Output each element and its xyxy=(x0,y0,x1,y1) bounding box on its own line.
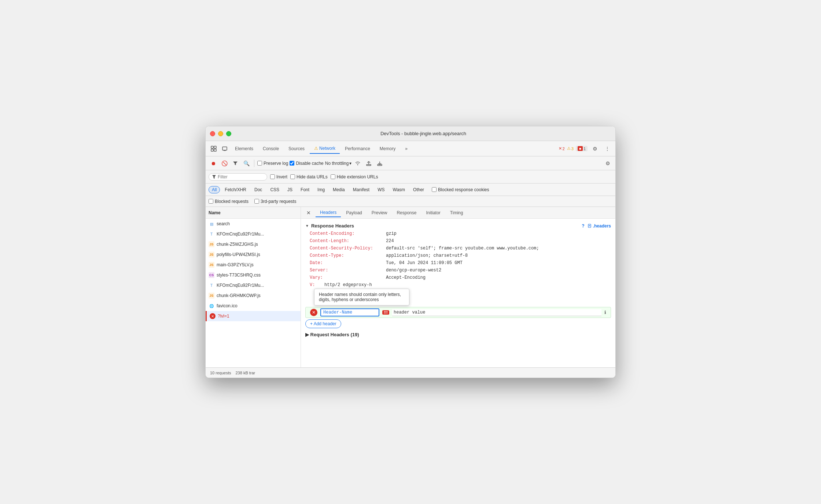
settings-icon[interactable]: ⚙ xyxy=(590,144,600,154)
tab-performance[interactable]: Performance xyxy=(340,144,375,153)
custom-header-row: ✕ !!! ℹ xyxy=(305,307,611,318)
tab-more[interactable]: » xyxy=(401,144,412,153)
record-stop-button[interactable]: ⏺ xyxy=(209,159,218,168)
help-icon[interactable]: ? xyxy=(582,223,584,229)
minimize-button[interactable] xyxy=(218,131,223,136)
detail-content[interactable]: ▼ Response Headers ? .headers xyxy=(301,219,615,367)
settings-network-icon[interactable]: ⚙ xyxy=(603,159,612,168)
filter-funnel-icon xyxy=(212,175,216,179)
filter-bar: Invert Hide data URLs Hide extension URL… xyxy=(206,170,615,184)
filter-icon[interactable] xyxy=(231,159,240,168)
tab-memory[interactable]: Memory xyxy=(375,144,400,153)
info-count: 1 xyxy=(583,147,586,151)
preserve-log-checkbox[interactable] xyxy=(257,161,262,166)
upload-icon[interactable] xyxy=(364,159,373,168)
filter-input[interactable] xyxy=(218,174,262,179)
throttle-selector[interactable]: No throttling ▾ xyxy=(325,161,352,166)
disable-cache-checkbox[interactable] xyxy=(290,161,294,166)
list-item-selected[interactable]: ✕ ?lvl=1 xyxy=(206,311,301,321)
type-btn-css[interactable]: CSS xyxy=(267,186,283,193)
tab-console[interactable]: Console xyxy=(258,144,283,153)
header-value: deno/gcp-europe-west2 xyxy=(386,268,441,273)
blocked-requests-checkbox[interactable] xyxy=(209,199,213,204)
type-btn-all[interactable]: All xyxy=(209,186,220,193)
invert-checkbox[interactable] xyxy=(270,174,275,179)
hide-extension-urls-group: Hide extension URLs xyxy=(331,174,378,179)
hide-data-urls-checkbox[interactable] xyxy=(290,174,295,179)
third-party-label: 3rd-party requests xyxy=(261,199,296,204)
type-btn-manifest[interactable]: Manifest xyxy=(350,186,373,193)
maximize-button[interactable] xyxy=(226,131,231,136)
css-icon: CS xyxy=(209,272,214,278)
list-item[interactable]: T KFOmCnqEu92Fr1Mu... xyxy=(206,280,301,290)
type-btn-wasm[interactable]: Wasm xyxy=(390,186,409,193)
hide-extension-urls-checkbox[interactable] xyxy=(331,174,335,179)
type-btn-font[interactable]: Font xyxy=(297,186,313,193)
type-btn-media[interactable]: Media xyxy=(329,186,348,193)
doc-icon: ▤ xyxy=(209,221,214,227)
list-item[interactable]: JS chunk-Z5WZJGHS.js xyxy=(206,239,301,249)
blocked-cookies-checkbox[interactable] xyxy=(432,187,437,192)
list-item[interactable]: JS polyfills-UPW4ZMSI.js xyxy=(206,249,301,260)
clear-button[interactable]: 🚫 xyxy=(220,159,229,168)
tab-initiator[interactable]: Initiator xyxy=(421,209,445,217)
delete-header-button[interactable]: ✕ xyxy=(310,309,317,316)
inspect-icon[interactable] xyxy=(209,144,219,154)
svg-rect-2 xyxy=(211,149,213,151)
header-row: Content-Encoding: gzip xyxy=(301,230,615,237)
info-icon[interactable]: ℹ xyxy=(604,310,606,315)
tab-payload[interactable]: Payload xyxy=(342,209,366,217)
headers-file-btn[interactable]: .headers xyxy=(588,223,611,229)
third-party-checkbox[interactable] xyxy=(254,199,259,204)
tab-headers[interactable]: Headers xyxy=(316,208,341,217)
item-name: KFOmCnqEu92Fr1Mu... xyxy=(217,231,298,237)
list-item[interactable]: JS main-G3PZY5LV.js xyxy=(206,260,301,270)
blocked-cookies-label: Blocked response cookies xyxy=(438,187,489,192)
item-name: KFOmCnqEu92Fr1Mu... xyxy=(217,283,298,288)
type-btn-ws[interactable]: WS xyxy=(374,186,388,193)
header-name: Date: xyxy=(310,260,383,266)
list-item[interactable]: 🌐 favicon.ico xyxy=(206,301,301,311)
wifi-icon[interactable] xyxy=(353,159,362,168)
type-btn-doc[interactable]: Doc xyxy=(251,186,265,193)
tab-response[interactable]: Response xyxy=(392,209,421,217)
tab-timing[interactable]: Timing xyxy=(446,209,468,217)
header-name-input[interactable] xyxy=(320,308,379,316)
tab-network[interactable]: ⚠Network xyxy=(310,144,340,154)
list-item[interactable]: ▤ search xyxy=(206,219,301,229)
font-icon: T xyxy=(209,282,214,288)
svg-rect-0 xyxy=(211,146,213,148)
add-header-button[interactable]: + Add header xyxy=(305,319,341,328)
header-row: Vary: Accept-Encoding xyxy=(301,274,615,281)
more-icon[interactable]: ⋮ xyxy=(602,144,612,154)
device-icon[interactable] xyxy=(220,144,230,154)
search-icon[interactable]: 🔍 xyxy=(242,159,251,168)
svg-point-6 xyxy=(358,164,358,165)
tab-elements[interactable]: Elements xyxy=(231,144,258,153)
item-name: chunk-Z5WZJGHS.js xyxy=(217,242,298,247)
type-btn-other[interactable]: Other xyxy=(410,186,427,193)
item-name: favicon.ico xyxy=(217,303,298,308)
network-list: Name ▤ search T KFOmCnqEu92Fr1Mu... JS c… xyxy=(206,207,301,367)
header-row: V: http/2 edgeproxy-h xyxy=(301,281,615,289)
close-button[interactable] xyxy=(210,131,215,136)
tab-preview[interactable]: Preview xyxy=(367,209,392,217)
collapse-triangle-icon: ▼ xyxy=(305,224,309,228)
type-btn-img[interactable]: Img xyxy=(314,186,328,193)
detail-close-button[interactable]: ✕ xyxy=(304,208,313,218)
network-list-items[interactable]: ▤ search T KFOmCnqEu92Fr1Mu... JS chunk-… xyxy=(206,219,301,367)
tab-sources[interactable]: Sources xyxy=(284,144,309,153)
list-item[interactable]: JS chunk-GRHMKOWP.js xyxy=(206,290,301,301)
list-item[interactable]: CS styles-T73CSHRQ.css xyxy=(206,270,301,280)
header-value-input[interactable] xyxy=(392,309,601,316)
list-item[interactable]: T KFOmCnqEu92Fr1Mu... xyxy=(206,229,301,239)
item-name: styles-T73CSHRQ.css xyxy=(217,273,298,278)
type-btn-js[interactable]: JS xyxy=(284,186,296,193)
type-btn-fetch[interactable]: Fetch/XHR xyxy=(221,186,250,193)
header-row: Server: deno/gcp-europe-west2 xyxy=(301,267,615,274)
request-headers-section[interactable]: ▶ Request Headers (19) xyxy=(301,330,615,340)
download-icon[interactable] xyxy=(375,159,384,168)
font-icon: T xyxy=(209,231,214,237)
header-name: Vary: xyxy=(310,275,383,280)
response-headers-section-header[interactable]: ▼ Response Headers ? .headers xyxy=(301,222,615,230)
